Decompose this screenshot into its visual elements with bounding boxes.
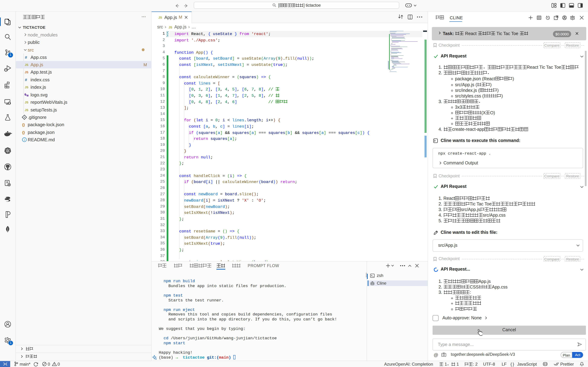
svg-text:JS: JS xyxy=(158,16,162,19)
svg-text:JS: JS xyxy=(25,71,28,74)
svg-text:JS: JS xyxy=(25,63,28,67)
svg-text:JS: JS xyxy=(169,25,172,29)
svg-text:#: # xyxy=(25,78,27,82)
svg-text:JS: JS xyxy=(25,101,28,104)
svg-text:{}: {} xyxy=(22,123,25,127)
svg-text:{}: {} xyxy=(22,130,25,134)
svg-text:JS: JS xyxy=(25,86,28,89)
svg-text:JS: JS xyxy=(25,108,28,112)
svg-text:#: # xyxy=(25,55,27,60)
